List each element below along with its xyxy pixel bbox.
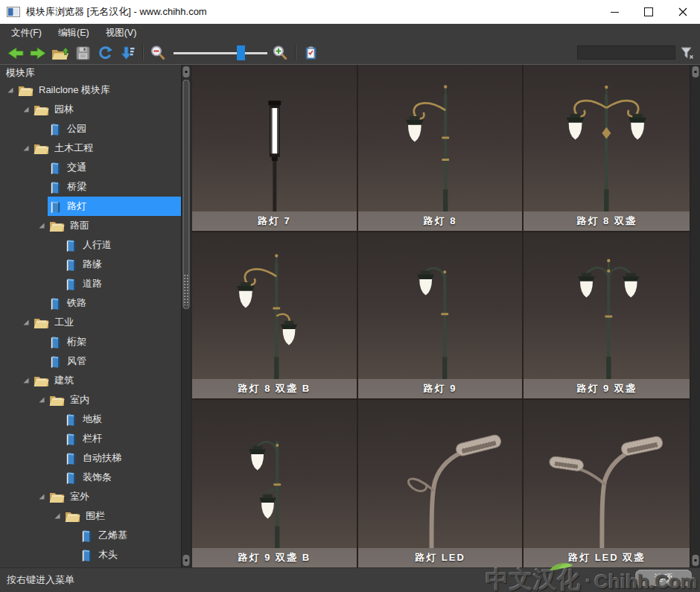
book-icon (49, 200, 62, 214)
tree-item-桁架[interactable]: 桁架 (0, 332, 181, 351)
tree-item-自动扶梯[interactable]: 自动扶梯 (0, 448, 181, 468)
tree-item-label: 铁路 (67, 296, 86, 310)
thumbnail-label: 路灯 8 双盏 B (192, 379, 357, 398)
thumbnail-路灯 8 双盏[interactable]: 路灯 8 双盏 (524, 65, 690, 232)
lamp-preview-lantern-hook-double (524, 232, 690, 379)
tree-item-装饰条[interactable]: 装饰条 (0, 468, 181, 487)
thumbnail-路灯 8[interactable]: 路灯 8 (358, 65, 524, 232)
parent-folder-button[interactable] (51, 44, 70, 62)
tree-item-室内[interactable]: 室内 (0, 390, 181, 410)
clipboard-button[interactable] (301, 44, 320, 62)
zoom-slider[interactable] (174, 45, 267, 61)
menu-item-0[interactable]: 文件(F) (3, 25, 50, 42)
expander-icon[interactable] (20, 371, 32, 390)
expander-icon[interactable] (36, 216, 48, 235)
expander-icon[interactable] (20, 100, 32, 119)
back-button[interactable] (6, 44, 25, 62)
thumbnail-路灯 9 双盏 B[interactable]: 路灯 9 双盏 B (192, 400, 358, 567)
tree-item-工业[interactable]: 工业 (0, 313, 181, 332)
tree-panel-title: 模块库 (0, 65, 191, 80)
zoom-slider-handle[interactable] (237, 45, 245, 60)
close-button[interactable] (666, 0, 700, 24)
expander-icon[interactable] (51, 506, 63, 526)
tree-item-园林[interactable]: 园林 (0, 100, 181, 119)
save-button[interactable] (73, 44, 92, 62)
sort-descending-button[interactable] (118, 44, 137, 62)
window-title: 模块库浏览器 [无名汉化] - www.chihh.com (26, 5, 207, 19)
grid-scroll-down-button[interactable] (692, 555, 699, 566)
tree-scroll-up-button[interactable] (183, 66, 190, 77)
tree-item-label: 建筑 (54, 374, 74, 387)
tree-item-Railclone 模块库[interactable]: Railclone 模块库 (0, 80, 181, 100)
tree-item-label: 路灯 (67, 200, 86, 213)
search-input[interactable] (577, 45, 675, 60)
tree-item-label: Railclone 模块库 (39, 83, 110, 97)
expander-spacer (36, 177, 48, 197)
minimize-button[interactable] (597, 0, 631, 24)
expander-icon[interactable] (36, 487, 48, 506)
tree-item-铁路[interactable]: 铁路 (0, 293, 181, 313)
tree-scrollbar-thumb[interactable] (183, 80, 190, 309)
zoom-out-button[interactable] (148, 44, 168, 62)
book-icon (49, 296, 62, 311)
book-icon (49, 122, 62, 136)
filter-icon (680, 45, 695, 60)
thumbnail-路灯 LED 双盏[interactable]: 路灯 LED 双盏 (524, 400, 690, 567)
lamp-preview-lantern-hook-double-b (192, 400, 357, 548)
tree-item-木头[interactable]: 木头 (0, 545, 181, 564)
thumbnail-路灯 LED[interactable]: 路灯 LED (358, 400, 524, 567)
tree-item-路面[interactable]: 路面 (0, 216, 181, 235)
expander-icon[interactable] (4, 80, 16, 100)
grid-scrollbar[interactable] (690, 65, 700, 567)
tree-item-人行道[interactable]: 人行道 (0, 235, 181, 255)
tree-scrollbar[interactable] (181, 65, 191, 567)
tree-item-地板[interactable]: 地板 (0, 410, 181, 429)
options-button[interactable]: 选项 (635, 570, 692, 586)
tree-item-公园[interactable]: 公园 (0, 119, 181, 139)
tree-item-交通[interactable]: 交通 (0, 158, 181, 177)
zoom-out-icon (150, 45, 166, 61)
tree-item-路灯[interactable]: 路灯 (0, 197, 181, 216)
thumbnail-路灯 7[interactable]: 路灯 7 (192, 65, 358, 232)
tree-item-道路[interactable]: 道路 (0, 274, 181, 293)
expander-spacer (36, 197, 48, 216)
tree-item-label: 人行道 (83, 238, 112, 252)
lamp-preview-lantern-double (524, 65, 690, 211)
tree-item-乙烯基[interactable]: 乙烯基 (0, 526, 181, 545)
book-icon (65, 413, 77, 427)
tree-item-室外[interactable]: 室外 (0, 487, 181, 506)
tree-item-栏杆[interactable]: 栏杆 (0, 429, 181, 448)
filter-button[interactable] (679, 45, 696, 61)
tree-item-围栏[interactable]: 围栏 (0, 506, 181, 526)
tree-item-路缘[interactable]: 路缘 (0, 255, 181, 274)
close-icon (678, 7, 687, 16)
expander-icon[interactable] (20, 313, 32, 332)
tree-scroll-down-button[interactable] (183, 555, 190, 566)
tree-item-风管[interactable]: 风管 (0, 351, 181, 371)
expander-icon[interactable] (36, 390, 48, 410)
forward-button[interactable] (28, 44, 48, 62)
book-icon (80, 529, 93, 543)
zoom-in-icon (272, 45, 288, 61)
menu-item-2[interactable]: 视图(V) (98, 25, 145, 42)
tree-item-label: 公园 (67, 122, 86, 136)
lamp-preview-led-strip (192, 65, 357, 211)
expander-icon[interactable] (20, 139, 32, 158)
maximize-button[interactable] (631, 0, 666, 24)
thumbnail-路灯 9[interactable]: 路灯 9 (358, 232, 524, 400)
refresh-button[interactable] (95, 44, 115, 62)
save-icon (76, 46, 90, 60)
thumbnail-label: 路灯 7 (192, 211, 357, 231)
folder-icon (49, 491, 65, 503)
menu-item-1[interactable]: 编辑(E) (50, 25, 98, 42)
library-tree: Railclone 模块库园林公园土木工程交通桥梁路灯路面人行道路缘道路铁路工业… (0, 80, 181, 564)
tree-item-桥梁[interactable]: 桥梁 (0, 177, 181, 197)
thumbnail-路灯 9 双盏[interactable]: 路灯 9 双盏 (524, 232, 690, 400)
tree-item-建筑[interactable]: 建筑 (0, 371, 181, 390)
zoom-in-button[interactable] (270, 44, 290, 62)
thumbnail-label: 路灯 9 (358, 379, 523, 398)
book-icon (49, 354, 62, 369)
tree-item-土木工程[interactable]: 土木工程 (0, 139, 181, 158)
grid-scroll-up-button[interactable] (692, 66, 699, 77)
thumbnail-路灯 8 双盏 B[interactable]: 路灯 8 双盏 B (192, 232, 358, 400)
